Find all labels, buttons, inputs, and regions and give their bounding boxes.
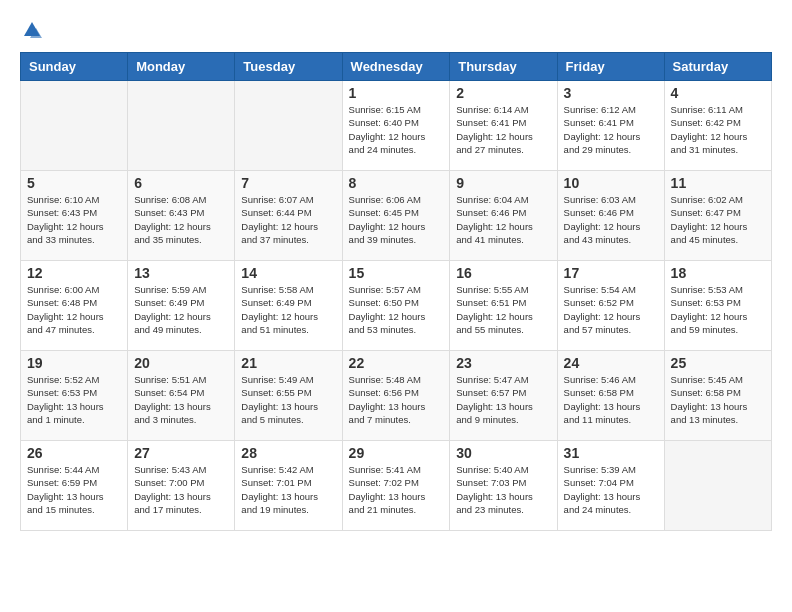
day-number: 25: [671, 355, 765, 371]
weekday-header-tuesday: Tuesday: [235, 53, 342, 81]
day-info: Sunrise: 5:49 AM Sunset: 6:55 PM Dayligh…: [241, 373, 335, 426]
day-number: 12: [27, 265, 121, 281]
day-number: 8: [349, 175, 444, 191]
day-info: Sunrise: 6:07 AM Sunset: 6:44 PM Dayligh…: [241, 193, 335, 246]
calendar-cell: 30Sunrise: 5:40 AM Sunset: 7:03 PM Dayli…: [450, 441, 557, 531]
day-number: 19: [27, 355, 121, 371]
calendar-cell: 1Sunrise: 6:15 AM Sunset: 6:40 PM Daylig…: [342, 81, 450, 171]
day-info: Sunrise: 5:54 AM Sunset: 6:52 PM Dayligh…: [564, 283, 658, 336]
calendar-cell: 3Sunrise: 6:12 AM Sunset: 6:41 PM Daylig…: [557, 81, 664, 171]
day-info: Sunrise: 5:58 AM Sunset: 6:49 PM Dayligh…: [241, 283, 335, 336]
calendar-cell: 18Sunrise: 5:53 AM Sunset: 6:53 PM Dayli…: [664, 261, 771, 351]
logo: [20, 20, 42, 40]
calendar-cell: 29Sunrise: 5:41 AM Sunset: 7:02 PM Dayli…: [342, 441, 450, 531]
calendar-cell: 24Sunrise: 5:46 AM Sunset: 6:58 PM Dayli…: [557, 351, 664, 441]
day-info: Sunrise: 5:52 AM Sunset: 6:53 PM Dayligh…: [27, 373, 121, 426]
calendar-cell: 2Sunrise: 6:14 AM Sunset: 6:41 PM Daylig…: [450, 81, 557, 171]
day-info: Sunrise: 5:44 AM Sunset: 6:59 PM Dayligh…: [27, 463, 121, 516]
day-number: 2: [456, 85, 550, 101]
day-info: Sunrise: 5:41 AM Sunset: 7:02 PM Dayligh…: [349, 463, 444, 516]
day-number: 22: [349, 355, 444, 371]
calendar-week-4: 19Sunrise: 5:52 AM Sunset: 6:53 PM Dayli…: [21, 351, 772, 441]
calendar-cell: 23Sunrise: 5:47 AM Sunset: 6:57 PM Dayli…: [450, 351, 557, 441]
day-info: Sunrise: 6:10 AM Sunset: 6:43 PM Dayligh…: [27, 193, 121, 246]
calendar-cell: [128, 81, 235, 171]
day-info: Sunrise: 6:11 AM Sunset: 6:42 PM Dayligh…: [671, 103, 765, 156]
calendar-cell: 26Sunrise: 5:44 AM Sunset: 6:59 PM Dayli…: [21, 441, 128, 531]
day-info: Sunrise: 5:42 AM Sunset: 7:01 PM Dayligh…: [241, 463, 335, 516]
day-number: 4: [671, 85, 765, 101]
day-info: Sunrise: 5:40 AM Sunset: 7:03 PM Dayligh…: [456, 463, 550, 516]
day-number: 18: [671, 265, 765, 281]
day-info: Sunrise: 5:46 AM Sunset: 6:58 PM Dayligh…: [564, 373, 658, 426]
calendar-cell: 19Sunrise: 5:52 AM Sunset: 6:53 PM Dayli…: [21, 351, 128, 441]
weekday-header-wednesday: Wednesday: [342, 53, 450, 81]
day-number: 15: [349, 265, 444, 281]
day-info: Sunrise: 6:06 AM Sunset: 6:45 PM Dayligh…: [349, 193, 444, 246]
calendar-cell: 14Sunrise: 5:58 AM Sunset: 6:49 PM Dayli…: [235, 261, 342, 351]
day-number: 27: [134, 445, 228, 461]
calendar-cell: 6Sunrise: 6:08 AM Sunset: 6:43 PM Daylig…: [128, 171, 235, 261]
calendar-cell: 12Sunrise: 6:00 AM Sunset: 6:48 PM Dayli…: [21, 261, 128, 351]
day-info: Sunrise: 5:53 AM Sunset: 6:53 PM Dayligh…: [671, 283, 765, 336]
weekday-header-row: SundayMondayTuesdayWednesdayThursdayFrid…: [21, 53, 772, 81]
calendar-cell: 22Sunrise: 5:48 AM Sunset: 6:56 PM Dayli…: [342, 351, 450, 441]
day-number: 9: [456, 175, 550, 191]
calendar-cell: 9Sunrise: 6:04 AM Sunset: 6:46 PM Daylig…: [450, 171, 557, 261]
calendar-week-1: 1Sunrise: 6:15 AM Sunset: 6:40 PM Daylig…: [21, 81, 772, 171]
day-info: Sunrise: 6:08 AM Sunset: 6:43 PM Dayligh…: [134, 193, 228, 246]
calendar-week-2: 5Sunrise: 6:10 AM Sunset: 6:43 PM Daylig…: [21, 171, 772, 261]
calendar-cell: 5Sunrise: 6:10 AM Sunset: 6:43 PM Daylig…: [21, 171, 128, 261]
day-number: 14: [241, 265, 335, 281]
day-info: Sunrise: 6:00 AM Sunset: 6:48 PM Dayligh…: [27, 283, 121, 336]
calendar-cell: 20Sunrise: 5:51 AM Sunset: 6:54 PM Dayli…: [128, 351, 235, 441]
calendar-cell: 11Sunrise: 6:02 AM Sunset: 6:47 PM Dayli…: [664, 171, 771, 261]
day-info: Sunrise: 5:48 AM Sunset: 6:56 PM Dayligh…: [349, 373, 444, 426]
calendar-cell: 17Sunrise: 5:54 AM Sunset: 6:52 PM Dayli…: [557, 261, 664, 351]
weekday-header-sunday: Sunday: [21, 53, 128, 81]
calendar-cell: 8Sunrise: 6:06 AM Sunset: 6:45 PM Daylig…: [342, 171, 450, 261]
day-number: 3: [564, 85, 658, 101]
page: SundayMondayTuesdayWednesdayThursdayFrid…: [0, 0, 792, 541]
day-number: 16: [456, 265, 550, 281]
day-info: Sunrise: 6:15 AM Sunset: 6:40 PM Dayligh…: [349, 103, 444, 156]
day-number: 21: [241, 355, 335, 371]
calendar-cell: 15Sunrise: 5:57 AM Sunset: 6:50 PM Dayli…: [342, 261, 450, 351]
day-info: Sunrise: 5:43 AM Sunset: 7:00 PM Dayligh…: [134, 463, 228, 516]
day-number: 10: [564, 175, 658, 191]
day-info: Sunrise: 6:02 AM Sunset: 6:47 PM Dayligh…: [671, 193, 765, 246]
weekday-header-saturday: Saturday: [664, 53, 771, 81]
calendar-cell: 27Sunrise: 5:43 AM Sunset: 7:00 PM Dayli…: [128, 441, 235, 531]
day-info: Sunrise: 5:59 AM Sunset: 6:49 PM Dayligh…: [134, 283, 228, 336]
day-number: 23: [456, 355, 550, 371]
logo-icon: [22, 20, 42, 40]
day-info: Sunrise: 6:14 AM Sunset: 6:41 PM Dayligh…: [456, 103, 550, 156]
day-number: 31: [564, 445, 658, 461]
day-number: 30: [456, 445, 550, 461]
calendar-cell: 31Sunrise: 5:39 AM Sunset: 7:04 PM Dayli…: [557, 441, 664, 531]
calendar-cell: 16Sunrise: 5:55 AM Sunset: 6:51 PM Dayli…: [450, 261, 557, 351]
day-number: 20: [134, 355, 228, 371]
calendar: SundayMondayTuesdayWednesdayThursdayFrid…: [20, 52, 772, 531]
day-number: 11: [671, 175, 765, 191]
day-info: Sunrise: 6:12 AM Sunset: 6:41 PM Dayligh…: [564, 103, 658, 156]
day-info: Sunrise: 5:51 AM Sunset: 6:54 PM Dayligh…: [134, 373, 228, 426]
day-number: 7: [241, 175, 335, 191]
calendar-cell: 4Sunrise: 6:11 AM Sunset: 6:42 PM Daylig…: [664, 81, 771, 171]
day-info: Sunrise: 5:57 AM Sunset: 6:50 PM Dayligh…: [349, 283, 444, 336]
calendar-cell: [664, 441, 771, 531]
day-number: 29: [349, 445, 444, 461]
calendar-cell: [235, 81, 342, 171]
day-info: Sunrise: 5:39 AM Sunset: 7:04 PM Dayligh…: [564, 463, 658, 516]
calendar-cell: 21Sunrise: 5:49 AM Sunset: 6:55 PM Dayli…: [235, 351, 342, 441]
calendar-cell: 25Sunrise: 5:45 AM Sunset: 6:58 PM Dayli…: [664, 351, 771, 441]
calendar-week-5: 26Sunrise: 5:44 AM Sunset: 6:59 PM Dayli…: [21, 441, 772, 531]
calendar-cell: 28Sunrise: 5:42 AM Sunset: 7:01 PM Dayli…: [235, 441, 342, 531]
weekday-header-friday: Friday: [557, 53, 664, 81]
day-number: 26: [27, 445, 121, 461]
calendar-week-3: 12Sunrise: 6:00 AM Sunset: 6:48 PM Dayli…: [21, 261, 772, 351]
calendar-cell: 10Sunrise: 6:03 AM Sunset: 6:46 PM Dayli…: [557, 171, 664, 261]
day-number: 5: [27, 175, 121, 191]
header: [20, 20, 772, 40]
day-info: Sunrise: 5:55 AM Sunset: 6:51 PM Dayligh…: [456, 283, 550, 336]
